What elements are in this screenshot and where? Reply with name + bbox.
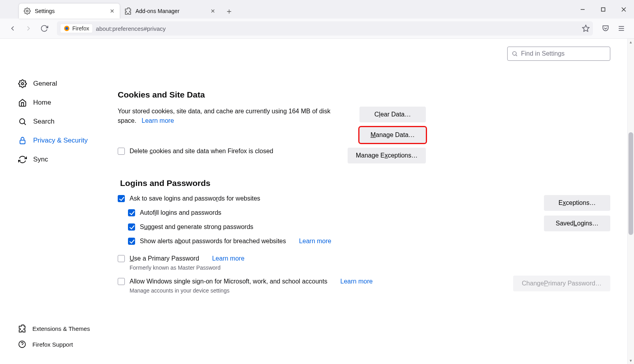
- minimize-button[interactable]: [572, 2, 593, 17]
- clear-data-button[interactable]: Clear Data…: [359, 107, 426, 122]
- checkbox-icon: [118, 148, 125, 155]
- new-tab-button[interactable]: ＋: [223, 5, 235, 17]
- checkbox-icon: [128, 223, 135, 231]
- forward-button[interactable]: [21, 21, 36, 36]
- firefox-logo-icon: [64, 25, 70, 32]
- vertical-scrollbar[interactable]: ▴ ▾: [627, 39, 634, 364]
- sidebar-item-label: Extensions & Themes: [32, 325, 90, 332]
- manage-data-button[interactable]: Manage Data…: [359, 127, 426, 143]
- svg-rect-2: [602, 8, 605, 11]
- suggest-passwords-checkbox[interactable]: Suggest and generate strong passwords: [128, 223, 508, 231]
- primary-password-note: Formerly known as Master Password: [130, 265, 508, 271]
- sidebar-extensions[interactable]: Extensions & Themes: [0, 321, 110, 336]
- reload-button[interactable]: [37, 21, 51, 36]
- svg-rect-14: [20, 140, 25, 144]
- sidebar-item-label: Privacy & Security: [33, 137, 88, 144]
- primary-learn-more-link[interactable]: Learn more: [212, 255, 245, 262]
- sidebar-item-label: General: [33, 80, 57, 88]
- sso-learn-more-link[interactable]: Learn more: [341, 278, 373, 285]
- close-icon[interactable]: ✕: [109, 8, 116, 15]
- bookmark-star-icon[interactable]: [582, 24, 590, 32]
- navigation-toolbar: Firefox about:preferences#privacy: [0, 19, 634, 39]
- scrollbar-thumb[interactable]: [628, 132, 633, 235]
- breach-learn-more-link[interactable]: Learn more: [299, 238, 331, 245]
- sidebar-item-general[interactable]: General: [0, 74, 110, 93]
- primary-password-checkbox[interactable]: Use a Primary Password Learn more: [118, 255, 508, 262]
- tab-settings[interactable]: Settings ✕: [19, 4, 120, 19]
- close-window-button[interactable]: [613, 2, 634, 17]
- sidebar-support[interactable]: Firefox Support: [0, 336, 110, 352]
- preferences-content: General Home Search Privacy & Security S…: [0, 39, 634, 364]
- tab-strip: Settings ✕ Add-ons Manager ✕ ＋: [0, 0, 634, 19]
- sidebar-item-label: Home: [33, 99, 51, 107]
- settings-search-input[interactable]: Find in Settings: [507, 47, 610, 61]
- address-bar[interactable]: Firefox about:preferences#privacy: [57, 21, 593, 36]
- logins-title: Logins and Passwords: [120, 178, 610, 188]
- svg-point-17: [513, 52, 516, 55]
- cookies-section: Cookies and Site Data Your stored cookie…: [118, 90, 610, 155]
- svg-line-18: [516, 55, 517, 56]
- svg-line-13: [24, 123, 26, 125]
- tab-label: Settings: [35, 8, 55, 14]
- sidebar-item-privacy[interactable]: Privacy & Security: [0, 131, 110, 150]
- search-placeholder: Find in Settings: [521, 50, 564, 57]
- search-icon: [512, 51, 518, 57]
- manage-exceptions-button[interactable]: Manage Exceptions…: [348, 148, 426, 163]
- close-icon[interactable]: ✕: [209, 8, 216, 15]
- maximize-button[interactable]: [593, 2, 613, 17]
- cookies-title: Cookies and Site Data: [118, 90, 610, 99]
- tab-label: Add-ons Manager: [135, 8, 179, 14]
- window-controls: [572, 0, 634, 19]
- autofill-checkbox[interactable]: Autofill logins and passwords: [128, 209, 508, 216]
- password-exceptions-button[interactable]: Exceptions…: [544, 195, 610, 211]
- saved-logins-button[interactable]: Saved Logins…: [544, 216, 610, 231]
- checkbox-icon: [118, 255, 125, 262]
- ask-save-checkbox[interactable]: Ask to save logins and passwords for web…: [118, 195, 508, 202]
- breach-alerts-checkbox[interactable]: Show alerts about passwords for breached…: [128, 238, 508, 245]
- svg-point-6: [66, 27, 68, 30]
- tab-addons[interactable]: Add-ons Manager ✕: [120, 4, 220, 19]
- app-menu-button[interactable]: [614, 21, 628, 36]
- sso-note: Manage accounts in your device settings: [130, 287, 508, 294]
- sidebar-item-label: Firefox Support: [32, 341, 73, 348]
- back-button[interactable]: [6, 21, 20, 36]
- url-text: about:preferences#privacy: [96, 25, 166, 32]
- identity-box[interactable]: Firefox: [60, 24, 93, 33]
- preferences-sidebar: General Home Search Privacy & Security S…: [0, 39, 110, 364]
- sidebar-item-home[interactable]: Home: [0, 93, 110, 112]
- preferences-main: Find in Settings Cookies and Site Data Y…: [110, 39, 634, 364]
- sidebar-item-sync[interactable]: Sync: [0, 150, 110, 169]
- pocket-button[interactable]: [598, 21, 613, 36]
- cookies-learn-more-link[interactable]: Learn more: [141, 117, 174, 124]
- svg-point-11: [21, 83, 24, 85]
- windows-sso-checkbox[interactable]: Allow Windows single sign-on for Microso…: [118, 278, 508, 285]
- scroll-up-icon[interactable]: ▴: [628, 39, 634, 45]
- checkbox-icon: [118, 195, 125, 202]
- svg-point-0: [26, 10, 28, 12]
- sidebar-item-search[interactable]: Search: [0, 112, 110, 131]
- change-primary-password-button: Change Primary Password…: [513, 276, 610, 291]
- checkbox-icon: [118, 278, 125, 285]
- puzzle-icon: [124, 8, 132, 15]
- logins-section: Logins and Passwords Ask to save logins …: [118, 178, 610, 294]
- sidebar-item-label: Sync: [33, 156, 48, 163]
- sidebar-item-label: Search: [33, 118, 55, 126]
- gear-icon: [24, 8, 31, 15]
- checkbox-icon: [128, 209, 135, 216]
- svg-marker-7: [583, 25, 589, 32]
- svg-point-12: [20, 119, 25, 124]
- checkbox-icon: [128, 238, 135, 245]
- identity-label: Firefox: [72, 25, 89, 32]
- scroll-down-icon[interactable]: ▾: [628, 357, 634, 364]
